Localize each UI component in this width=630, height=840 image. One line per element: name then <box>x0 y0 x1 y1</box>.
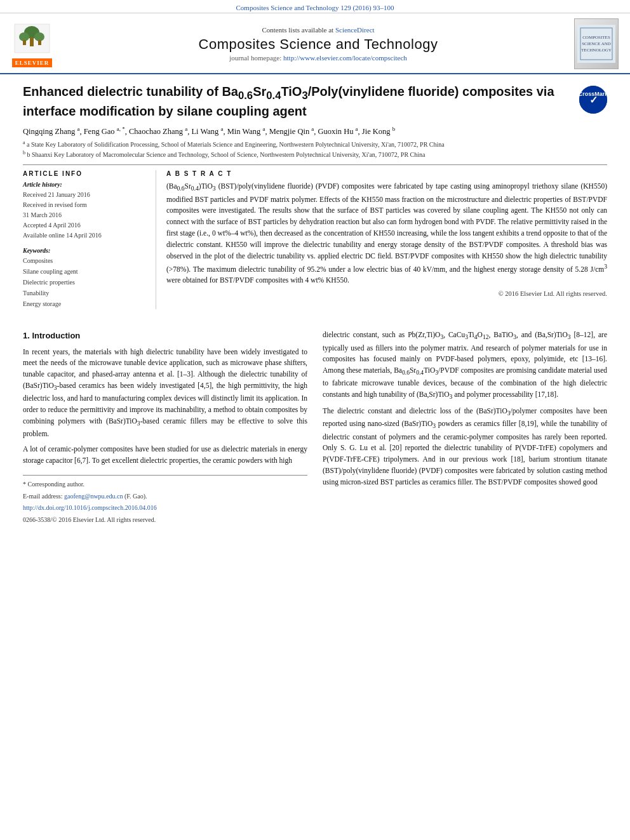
elsevier-badge: ELSEVIER <box>12 58 53 67</box>
doi-link[interactable]: http://dx.doi.org/10.1016/j.compscitech.… <box>23 504 157 511</box>
received-revised-label: Received in revised form <box>23 200 147 210</box>
email-link[interactable]: gaofeng@nwpu.edu.cn <box>64 493 123 500</box>
intro-para-1: In recent years, the materials with high… <box>23 347 307 440</box>
svg-text:SCIENCE AND: SCIENCE AND <box>582 41 611 46</box>
abstract-label: A B S T R A C T <box>166 170 607 177</box>
intro-section-title: 1. Introduction <box>23 330 307 342</box>
footnote-doi: http://dx.doi.org/10.1016/j.compscitech.… <box>23 503 307 513</box>
footnote-email: E-mail address: gaofeng@nwpu.edu.cn (F. … <box>23 491 307 502</box>
crossmark-badge: CrossMark ✓ <box>579 86 607 114</box>
journal-homepage-link[interactable]: http://www.elsevier.com/locate/compscite… <box>283 54 407 62</box>
sciencedirect-link[interactable]: ScienceDirect <box>335 26 375 34</box>
accepted-date: Accepted 4 April 2016 <box>23 220 147 230</box>
keywords-list: Composites Silane coupling agent Dielect… <box>23 255 147 309</box>
intro-para-2: A lot of ceramic-polymer composites have… <box>23 444 307 467</box>
svg-point-3 <box>34 32 44 41</box>
journal-homepage: journal homepage: http://www.elsevier.co… <box>62 54 574 62</box>
footnote-area: * Corresponding author. E-mail address: … <box>23 475 307 524</box>
svg-rect-6 <box>38 40 41 45</box>
journal-citation-text: Composites Science and Technology 129 (2… <box>236 4 394 11</box>
article-info-column: ARTICLE INFO Article history: Received 2… <box>23 170 156 309</box>
abstract-text: (Ba0.6Sr0.4)TiO3 (BST)/poly(vinylidene f… <box>166 181 607 299</box>
journal-thumbnail: COMPOSITES SCIENCE AND TECHNOLOGY <box>574 18 619 69</box>
body-section: 1. Introduction In recent years, the mat… <box>0 330 630 526</box>
keywords-title: Keywords: <box>23 247 147 254</box>
svg-text:✓: ✓ <box>589 95 598 105</box>
svg-rect-4 <box>30 37 34 46</box>
svg-point-2 <box>19 32 29 41</box>
elsevier-logo: ELSEVIER <box>11 21 62 67</box>
contents-availability: Contents lists available at ScienceDirec… <box>62 26 574 34</box>
article-history-title: Article history: <box>23 181 147 188</box>
article-meta-section: ARTICLE INFO Article history: Received 2… <box>23 170 607 309</box>
article-info-label: ARTICLE INFO <box>23 170 147 177</box>
keyword-2: Silane coupling agent <box>23 266 147 277</box>
intro-para-4: The dielectric constant and dielectric l… <box>323 406 607 488</box>
svg-text:TECHNOLOGY: TECHNOLOGY <box>581 48 612 53</box>
received-date: Received 21 January 2016 <box>23 190 147 200</box>
footnote-corresponding: * Corresponding author. <box>23 479 307 490</box>
section-divider <box>23 164 607 165</box>
journal-citation: Composites Science and Technology 129 (2… <box>0 0 630 13</box>
svg-rect-5 <box>23 40 26 45</box>
keyword-5: Energy storage <box>23 298 147 309</box>
body-left-column: 1. Introduction In recent years, the mat… <box>23 330 307 526</box>
affiliation-b: b b Shaanxi Key Laboratory of Macromolec… <box>23 149 607 159</box>
affiliations: a a State Key Laboratory of Solidificati… <box>23 139 607 160</box>
svg-text:COMPOSITES: COMPOSITES <box>582 35 610 40</box>
authors-line: Qingqing Zhang a, Feng Gao a, *, Chaocha… <box>23 126 607 137</box>
footnote-issn: 0266-3538/© 2016 Elsevier Ltd. All right… <box>23 515 307 525</box>
journal-cover-icon: COMPOSITES SCIENCE AND TECHNOLOGY <box>577 25 615 63</box>
article-title-section: Enhanced dielectric tunability of Ba0.6S… <box>23 83 607 119</box>
article-history-dates: Received 21 January 2016 Received in rev… <box>23 190 147 241</box>
available-date: Available online 14 April 2016 <box>23 230 147 241</box>
body-two-column: 1. Introduction In recent years, the mat… <box>23 330 607 526</box>
crossmark-icon: CrossMark ✓ <box>579 86 607 114</box>
keyword-4: Tunability <box>23 288 147 298</box>
keyword-3: Dielectric properties <box>23 277 147 288</box>
intro-para-3: dielectric constant, such as Pb(Zr,Ti)O3… <box>323 330 607 402</box>
copyright-line: © 2016 Elsevier Ltd. All rights reserved… <box>166 289 607 299</box>
journal-header-center: Contents lists available at ScienceDirec… <box>62 26 574 62</box>
elsevier-tree-icon <box>11 21 53 56</box>
journal-title: Composites Science and Technology <box>62 36 574 53</box>
keyword-1: Composites <box>23 255 147 266</box>
abstract-column: A B S T R A C T (Ba0.6Sr0.4)TiO3 (BST)/p… <box>156 170 607 309</box>
body-right-column: dielectric constant, such as Pb(Zr,Ti)O3… <box>323 330 607 526</box>
keywords-section: Keywords: Composites Silane coupling age… <box>23 247 147 309</box>
received-revised-date: 31 March 2016 <box>23 210 147 220</box>
main-content: Enhanced dielectric tunability of Ba0.6S… <box>0 74 630 318</box>
article-title: Enhanced dielectric tunability of Ba0.6S… <box>23 83 579 119</box>
affiliation-a: a a State Key Laboratory of Solidificati… <box>23 139 607 149</box>
journal-header: ELSEVIER Contents lists available at Sci… <box>0 13 630 74</box>
